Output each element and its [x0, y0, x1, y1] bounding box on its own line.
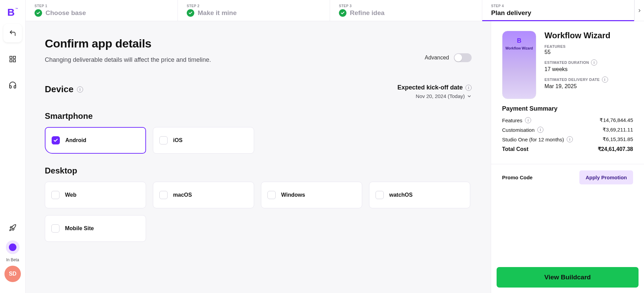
user-avatar[interactable]: SD	[4, 266, 21, 282]
info-icon[interactable]: i	[77, 86, 83, 93]
checkbox-icon	[159, 136, 168, 144]
grid-icon	[9, 55, 16, 63]
kickoff-date-picker[interactable]: Nov 20, 2024 (Today)	[397, 93, 472, 99]
device-option-windows[interactable]: Windows	[261, 182, 362, 208]
apply-promotion-button[interactable]: Apply Promotion	[579, 170, 633, 184]
device-option-macos[interactable]: macOS	[153, 182, 254, 208]
checkbox-icon	[267, 191, 276, 199]
device-option-mobile-site[interactable]: Mobile Site	[45, 215, 146, 242]
summary-panel: B Workflow Wizard Workflow Wizard FEATUR…	[491, 21, 644, 293]
stepper: STEP 1 Choose base STEP 2 Make it mine S…	[26, 0, 644, 21]
step-num: STEP 2	[187, 4, 321, 8]
apps-grid-button[interactable]	[3, 50, 22, 68]
check-circle-icon	[35, 9, 42, 17]
payment-value: ₹6,15,351.85	[603, 136, 633, 142]
svg-rect-3	[13, 60, 15, 62]
device-option-web[interactable]: Web	[45, 182, 146, 208]
payment-value: ₹3,69,211.11	[603, 127, 633, 133]
payment-value: ₹14,76,844.45	[600, 117, 633, 123]
promo-label: Promo Code	[502, 175, 533, 180]
step-plan-delivery[interactable]: STEP 4 Plan delivery	[482, 0, 634, 21]
rocket-icon	[9, 224, 16, 232]
support-button[interactable]	[3, 76, 22, 94]
device-option-label: watchOS	[389, 192, 412, 198]
check-circle-icon	[187, 9, 194, 17]
step-refine-idea[interactable]: STEP 3 Refine idea	[330, 0, 482, 21]
step-title: Refine idea	[350, 9, 384, 17]
kickoff-label: Expected kick-off date i	[397, 84, 472, 91]
step-title: Make it mine	[198, 9, 237, 17]
device-option-label: Mobile Site	[65, 225, 94, 232]
smartphone-heading: Smartphone	[45, 111, 472, 121]
device-option-label: iOS	[173, 137, 183, 143]
payment-row-total: Total Cost ₹24,61,407.38	[502, 146, 633, 152]
device-option-watchos[interactable]: watchOS	[369, 182, 470, 208]
view-buildcard-button[interactable]: View Buildcard	[497, 267, 639, 288]
payment-total-value: ₹24,61,407.38	[598, 146, 633, 152]
device-option-android[interactable]: Android	[45, 127, 146, 154]
stepper-next-button[interactable]	[634, 0, 644, 21]
checkbox-icon	[376, 191, 384, 199]
desktop-heading: Desktop	[45, 166, 472, 176]
device-heading: Device i	[45, 84, 83, 95]
summary-app-name: Workflow Wizard	[544, 31, 633, 40]
features-value: 55	[544, 49, 633, 55]
checkbox-icon	[51, 224, 60, 233]
app-preview-mock: B Workflow Wizard	[502, 31, 536, 99]
payment-row-customisation: Customisationi ₹3,69,211.11	[502, 127, 633, 133]
advanced-toggle[interactable]	[454, 53, 472, 62]
headset-icon	[9, 81, 17, 89]
checkbox-icon	[159, 191, 168, 199]
beta-indicator	[6, 240, 19, 254]
step-choose-base[interactable]: STEP 1 Choose base	[26, 0, 178, 21]
brand-logo: B™	[6, 5, 19, 19]
main-content: Confirm app details Changing deliverable…	[26, 21, 491, 293]
step-title: Plan delivery	[491, 9, 531, 17]
chevron-down-icon	[467, 94, 472, 99]
duration-value: 17 weeks	[544, 66, 633, 72]
payment-summary-heading: Payment Summary	[502, 105, 633, 112]
svg-rect-0	[10, 56, 12, 58]
check-circle-icon	[339, 9, 346, 17]
info-icon[interactable]: i	[591, 59, 597, 66]
step-num: STEP 3	[339, 4, 473, 8]
features-label: FEATURES	[544, 44, 633, 48]
device-option-ios[interactable]: iOS	[153, 127, 254, 154]
step-num: STEP 4	[491, 4, 625, 8]
info-icon[interactable]: i	[525, 117, 531, 123]
kickoff-date-value: Nov 20, 2024 (Today)	[416, 93, 465, 99]
duration-label: ESTIMATED DURATION i	[544, 59, 633, 66]
device-option-label: macOS	[173, 192, 192, 198]
page-title: Confirm app details	[45, 37, 472, 50]
device-option-label: Web	[65, 192, 76, 198]
step-title: Choose base	[45, 9, 86, 17]
rocket-button[interactable]	[3, 219, 22, 237]
delivery-value: Mar 19, 2025	[544, 83, 633, 89]
delivery-label: ESTIMATED DELIVERY DATE i	[544, 76, 633, 83]
info-icon[interactable]: i	[465, 85, 472, 91]
device-option-label: Windows	[281, 192, 305, 198]
info-icon[interactable]: i	[537, 127, 543, 133]
device-option-label: Android	[65, 137, 86, 143]
step-num: STEP 1	[35, 4, 169, 8]
svg-rect-2	[10, 60, 12, 62]
svg-rect-1	[13, 56, 15, 58]
chevron-right-icon	[637, 8, 642, 13]
payment-row-features: Featuresi ₹14,76,844.45	[502, 117, 633, 123]
undo-button[interactable]	[3, 24, 22, 42]
info-icon[interactable]: i	[567, 136, 573, 142]
undo-icon	[9, 29, 16, 37]
checkbox-icon	[51, 191, 60, 199]
step-make-it-mine[interactable]: STEP 2 Make it mine	[178, 0, 330, 21]
info-icon[interactable]: i	[602, 76, 608, 83]
sidebar: B™ In Beta SD	[0, 0, 26, 293]
checkbox-icon	[52, 136, 60, 144]
beta-label: In Beta	[6, 257, 19, 262]
payment-row-studio-one: Studio One (for 12 months)i ₹6,15,351.85	[502, 136, 633, 142]
advanced-label: Advanced	[425, 55, 449, 61]
